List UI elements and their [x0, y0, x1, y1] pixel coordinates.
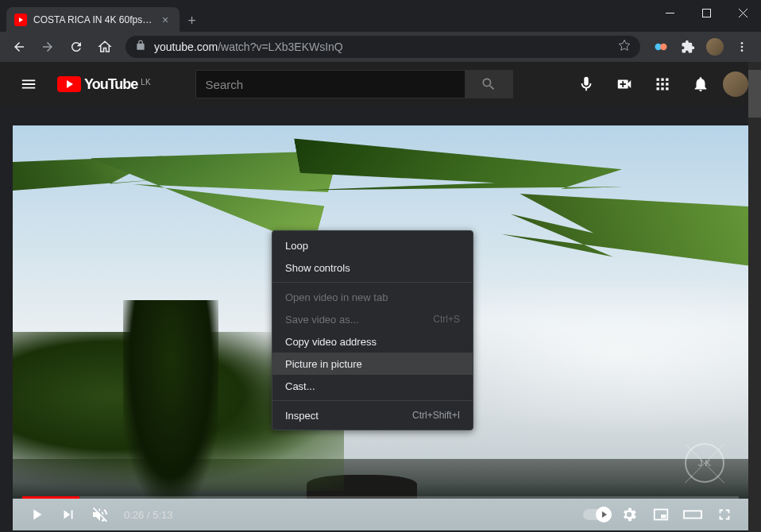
- context-menu-label: Picture in picture: [285, 358, 362, 370]
- home-button[interactable]: [92, 34, 118, 60]
- hamburger-menu-icon[interactable]: [13, 68, 44, 100]
- search-input[interactable]: Search: [195, 70, 465, 98]
- page-scrollbar[interactable]: [748, 62, 761, 532]
- youtube-header: YouTube LK Search: [0, 62, 761, 106]
- context-menu-item: Save video as...Ctrl+S: [272, 308, 473, 330]
- time-display: 0:26 / 5:13: [118, 509, 179, 521]
- url-text: youtube.com/watch?v=LXb3EKWsInQ: [154, 40, 610, 53]
- settings-button[interactable]: [615, 500, 643, 529]
- url-input[interactable]: youtube.com/watch?v=LXb3EKWsInQ: [126, 36, 640, 58]
- svg-point-6: [741, 42, 744, 44]
- create-button[interactable]: [608, 68, 640, 100]
- notifications-button[interactable]: [685, 68, 717, 100]
- svg-point-8: [741, 49, 744, 52]
- video-watermark: J K: [685, 443, 724, 483]
- svg-rect-9: [657, 79, 659, 81]
- theater-mode-button[interactable]: [678, 500, 707, 529]
- player-controls: 0:26 / 5:13: [13, 499, 748, 530]
- context-menu-item[interactable]: Picture in picture: [272, 353, 473, 375]
- svg-rect-12: [657, 83, 659, 85]
- close-window-button[interactable]: [724, 0, 761, 25]
- extension-icons: [648, 34, 755, 60]
- svg-point-7: [741, 46, 744, 48]
- minimize-button[interactable]: [651, 0, 688, 25]
- youtube-logo-icon: [57, 76, 81, 92]
- tab-title: COSTA RICA IN 4K 60fps HDR (U...: [33, 14, 153, 25]
- context-menu-label: Loop: [285, 240, 308, 252]
- window-controls: [651, 0, 761, 25]
- youtube-logo-text: YouTube: [84, 76, 137, 93]
- context-menu-label: Copy video address: [285, 336, 377, 348]
- context-menu-label: Open video in new tab: [285, 291, 388, 303]
- context-menu-item[interactable]: Copy video address: [272, 330, 473, 353]
- address-bar: youtube.com/watch?v=LXb3EKWsInQ: [0, 32, 761, 62]
- mute-button[interactable]: [86, 500, 114, 529]
- svg-rect-13: [661, 83, 663, 85]
- reload-button[interactable]: [64, 34, 89, 60]
- youtube-favicon-icon: [14, 13, 27, 26]
- header-actions: [570, 68, 748, 100]
- close-tab-icon[interactable]: ×: [159, 13, 172, 26]
- svg-rect-20: [684, 511, 701, 518]
- apps-button[interactable]: [647, 68, 678, 100]
- context-menu-item[interactable]: Show controls: [272, 256, 473, 279]
- browser-menu-button[interactable]: [729, 34, 755, 60]
- svg-rect-15: [657, 87, 659, 90]
- forward-button[interactable]: [35, 34, 60, 60]
- context-menu-divider: [272, 400, 473, 401]
- bookmark-star-icon[interactable]: [618, 39, 631, 55]
- svg-rect-16: [661, 87, 663, 90]
- search-button[interactable]: [465, 70, 513, 98]
- context-menu-item[interactable]: Loop: [272, 234, 473, 256]
- youtube-logo[interactable]: YouTube LK: [57, 76, 151, 93]
- search-container: Search: [195, 70, 513, 98]
- svg-rect-10: [661, 79, 663, 81]
- context-menu-divider: [272, 282, 473, 283]
- svg-rect-17: [666, 87, 668, 90]
- svg-point-5: [660, 44, 666, 50]
- voice-search-button[interactable]: [570, 68, 602, 100]
- svg-rect-11: [666, 79, 668, 81]
- account-avatar[interactable]: [723, 71, 748, 97]
- context-menu: LoopShow controlsOpen video in new tabSa…: [272, 230, 473, 430]
- context-menu-item[interactable]: InspectCtrl+Shift+I: [272, 404, 473, 426]
- miniplayer-button[interactable]: [647, 500, 675, 529]
- lock-icon: [135, 40, 146, 54]
- fullscreen-button[interactable]: [710, 500, 739, 529]
- scrollbar-thumb[interactable]: [748, 70, 761, 118]
- back-button[interactable]: [6, 34, 32, 60]
- extension-icon-1[interactable]: [648, 34, 674, 60]
- svg-rect-1: [702, 9, 710, 17]
- window-titlebar: COSTA RICA IN 4K 60fps HDR (U... × +: [0, 0, 761, 32]
- context-menu-label: Cast...: [285, 380, 315, 392]
- context-menu-label: Show controls: [285, 262, 350, 274]
- extensions-puzzle-icon[interactable]: [675, 34, 701, 60]
- tab-strip: COSTA RICA IN 4K 60fps HDR (U... × +: [0, 0, 204, 33]
- context-menu-label: Inspect: [285, 410, 319, 422]
- context-menu-item[interactable]: Cast...: [272, 375, 473, 397]
- browser-tab[interactable]: COSTA RICA IN 4K 60fps HDR (U... ×: [6, 7, 180, 33]
- context-menu-item: Open video in new tab: [272, 286, 473, 308]
- svg-rect-14: [666, 83, 668, 85]
- next-button[interactable]: [54, 500, 83, 529]
- context-menu-shortcut: Ctrl+S: [433, 314, 460, 325]
- svg-rect-19: [661, 515, 666, 519]
- autoplay-toggle[interactable]: [583, 509, 612, 520]
- new-tab-button[interactable]: +: [180, 10, 204, 33]
- profile-avatar[interactable]: [702, 34, 728, 60]
- context-menu-shortcut: Ctrl+Shift+I: [412, 410, 460, 421]
- maximize-button[interactable]: [688, 0, 724, 25]
- play-button[interactable]: [22, 500, 51, 529]
- youtube-country-code: LK: [141, 78, 150, 87]
- context-menu-label: Save video as...: [285, 314, 359, 326]
